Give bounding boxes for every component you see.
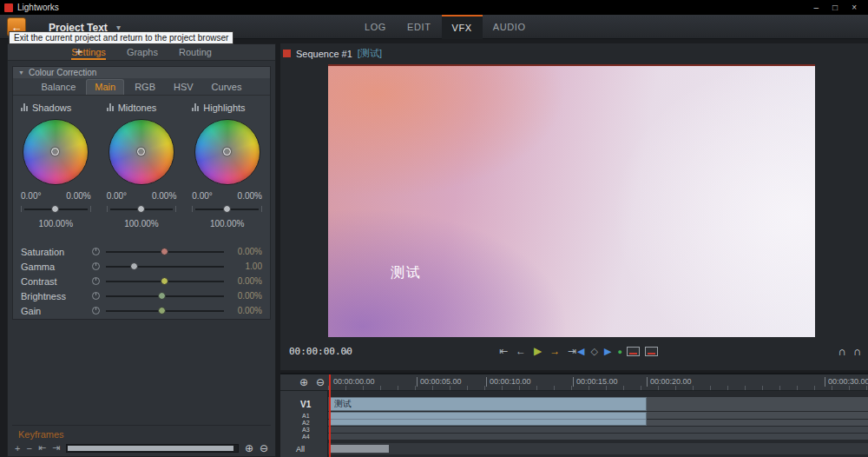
sequence-name: Sequence #1 [296, 49, 352, 59]
brightness-slider[interactable] [106, 291, 224, 301]
highlights-level-slider[interactable] [192, 204, 262, 215]
midtones-level-slider[interactable] [107, 204, 177, 215]
tab-vfx[interactable]: VFX [442, 15, 483, 39]
audio-scrub-left-icon[interactable]: ◀ [577, 346, 584, 357]
param-reset-knob-icon[interactable] [92, 248, 100, 255]
tab-graphs[interactable]: Graphs [127, 44, 158, 60]
cc-tab-hsv[interactable]: HSV [166, 80, 201, 95]
keyframe-diamond-icon[interactable]: ◇ [590, 346, 597, 357]
vfx-settings-panel: + Settings Graphs Routing ▼ Colour Corre… [7, 43, 276, 457]
param-label: Brightness [21, 291, 92, 301]
minimize-button[interactable]: – [814, 3, 819, 12]
param-reset-knob-icon[interactable] [92, 292, 100, 300]
slider-handle[interactable] [51, 205, 59, 213]
contrast-slider[interactable] [106, 276, 224, 286]
source-monitor-icon[interactable] [627, 347, 640, 356]
zoom-out-icon[interactable]: ⊖ [260, 442, 268, 454]
tab-routing[interactable]: Routing [179, 44, 212, 60]
timeline-ruler[interactable]: ⊕ ⊖ 00:00:00.00 00:00:05.00 00:00:10.00 … [280, 374, 868, 391]
param-reset-knob-icon[interactable] [92, 277, 100, 285]
track-label-a3[interactable]: A3 [302, 427, 310, 433]
track-headers: V1 A1 A2 A3 A4 All [280, 391, 328, 457]
cc-tab-main[interactable]: Main [86, 79, 124, 95]
saturation-row: Saturation 0.00% [13, 244, 270, 259]
shadows-level-slider[interactable] [21, 204, 91, 215]
shadows-colour-wheel[interactable] [23, 119, 89, 185]
maximize-button[interactable]: □ [832, 3, 838, 12]
slider-handle[interactable] [137, 205, 145, 213]
brightness-row: Brightness 0.00% [13, 288, 270, 303]
cc-tab-balance[interactable]: Balance [34, 80, 84, 95]
previous-keyframe-button[interactable]: ⇤ [38, 442, 46, 454]
add-keyframe-button[interactable]: + [15, 443, 20, 454]
scrollbar-thumb[interactable] [68, 446, 233, 451]
track-label-v1[interactable]: V1 [300, 400, 311, 409]
param-label: Saturation [21, 247, 92, 257]
play-button[interactable]: ▶ [534, 345, 542, 357]
colour-correction-tabs: Balance Main RGB HSV Curves [13, 78, 270, 96]
slider-handle[interactable] [161, 248, 168, 255]
audio-scrub-right-icon[interactable]: ▶ [604, 346, 611, 357]
slider-handle[interactable] [158, 307, 166, 315]
track-a3 [328, 427, 868, 433]
cc-tab-rgb[interactable]: RGB [127, 80, 163, 95]
goto-end-button[interactable]: ⇥ [568, 345, 576, 357]
track-label-a1[interactable]: A1 [302, 413, 310, 419]
step-forward-button[interactable]: → [549, 345, 560, 357]
wheel-label: Highlights [203, 103, 245, 113]
all-track-bar[interactable] [330, 445, 389, 453]
audio-clip[interactable] [330, 412, 647, 426]
gain-row: Gain 0.00% [13, 303, 270, 318]
cc-tab-curves[interactable]: Curves [204, 80, 250, 95]
goto-start-button[interactable]: ⇤ [499, 345, 508, 357]
room-tabs: LOG EDIT VFX AUDIO [354, 15, 536, 39]
timecode-caret-icon[interactable]: ▾ [345, 348, 349, 356]
highlights-colour-wheel[interactable] [194, 119, 260, 185]
level-value: 100.00% [184, 219, 270, 228]
midtones-colour-wheel[interactable] [108, 119, 174, 185]
contrast-row: Contrast 0.00% [13, 274, 270, 288]
slider-handle[interactable] [223, 205, 231, 213]
gain-slider[interactable] [106, 306, 224, 315]
add-effect-button[interactable]: + [76, 45, 82, 58]
headphone-left-icon[interactable]: ∩ [838, 345, 845, 358]
histogram-icon [192, 103, 199, 111]
tab-edit[interactable]: EDIT [397, 15, 441, 39]
tab-log[interactable]: LOG [354, 15, 397, 39]
track-label-a2[interactable]: A2 [302, 420, 310, 426]
audio-monitor-buttons: ∩ ∩ [838, 345, 861, 358]
keyframes-scrollbar[interactable] [66, 444, 239, 453]
zoom-in-icon[interactable]: ⊕ [245, 442, 253, 454]
timeline-body: V1 A1 A2 A3 A4 All 测试 [280, 391, 868, 457]
slider-handle[interactable] [158, 292, 166, 300]
slider-handle[interactable] [161, 277, 168, 285]
gamma-slider[interactable] [106, 262, 224, 271]
next-keyframe-button[interactable]: ⇥ [52, 442, 60, 454]
zoom-in-icon[interactable]: ⊕ [299, 376, 308, 388]
param-label: Contrast [21, 276, 92, 287]
record-monitor-icon[interactable] [645, 347, 658, 356]
saturation-slider[interactable] [106, 247, 224, 256]
timecode-display[interactable]: 00:00:00.00 [289, 346, 352, 357]
tab-audio[interactable]: AUDIO [483, 15, 536, 39]
remove-keyframe-button[interactable]: − [26, 443, 31, 454]
wheel-label: Shadows [32, 103, 71, 113]
colour-correction-header[interactable]: ▼ Colour Correction [13, 67, 270, 78]
playhead[interactable] [329, 374, 331, 457]
headphone-right-icon[interactable]: ∩ [853, 345, 861, 358]
lightworks-logo-icon [4, 3, 13, 12]
step-back-button[interactable]: ← [516, 345, 526, 357]
video-clip[interactable]: 测试 [330, 397, 647, 411]
close-button[interactable]: × [852, 3, 857, 12]
colour-correction-section: ▼ Colour Correction Balance Main RGB HSV… [12, 66, 271, 320]
param-reset-knob-icon[interactable] [92, 307, 100, 315]
param-reset-knob-icon[interactable] [92, 262, 100, 270]
saturation-value: 0.00% [66, 191, 90, 201]
track-label-a4[interactable]: A4 [302, 434, 310, 440]
shadows-wheel-group: Shadows 0.00° 0.00% 100.00% [13, 101, 99, 228]
level-value: 100.00% [99, 219, 185, 228]
track-label-all[interactable]: All [296, 445, 305, 454]
window-title: Lightworks [17, 3, 59, 12]
slider-handle[interactable] [130, 262, 138, 270]
zoom-out-icon[interactable]: ⊖ [316, 376, 325, 388]
